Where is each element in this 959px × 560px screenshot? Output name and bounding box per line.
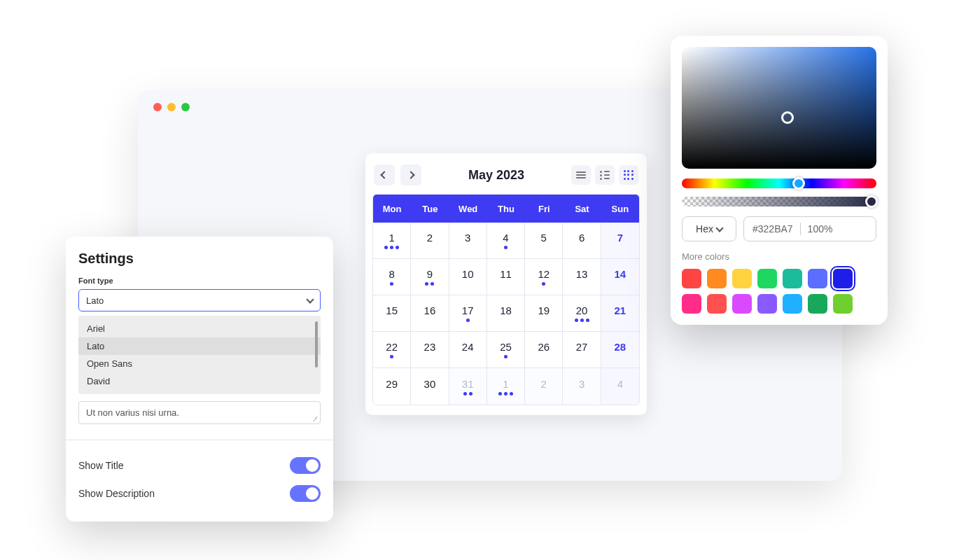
prev-month-button[interactable]: [374, 164, 395, 186]
color-swatch[interactable]: [808, 294, 827, 314]
calendar-day[interactable]: 12: [525, 259, 563, 295]
alpha-handle[interactable]: [865, 195, 878, 208]
font-option[interactable]: David: [78, 372, 321, 390]
calendar-day[interactable]: 1: [373, 223, 411, 259]
font-option[interactable]: Ariel: [78, 320, 321, 337]
minimize-icon[interactable]: [167, 103, 176, 111]
view-list-button[interactable]: [595, 165, 615, 185]
color-swatch[interactable]: [833, 294, 853, 314]
calendar-day[interactable]: 9: [411, 259, 449, 295]
calendar-day[interactable]: 30: [411, 368, 449, 405]
color-swatch[interactable]: [732, 294, 752, 314]
color-swatch[interactable]: [707, 294, 727, 314]
show-title-toggle[interactable]: [290, 457, 321, 474]
more-colors-label: More colors: [682, 251, 876, 262]
hex-input[interactable]: #322BA7 100%: [743, 216, 876, 241]
calendar-day[interactable]: 21: [601, 295, 639, 332]
calendar-day[interactable]: 26: [525, 332, 563, 368]
list-icon: [600, 171, 610, 180]
weekday-cell: Tue: [411, 195, 449, 223]
settings-panel: Settings Font type Lato ArielLatoOpen Sa…: [66, 237, 333, 522]
color-gradient[interactable]: [682, 47, 876, 169]
weekday-cell: Mon: [373, 195, 411, 223]
hue-handle[interactable]: [792, 177, 805, 190]
weekday-cell: Wed: [449, 195, 487, 223]
weekday-cell: Sun: [601, 195, 639, 223]
view-grid-button[interactable]: [619, 165, 638, 185]
calendar-day[interactable]: 15: [373, 295, 411, 332]
font-select[interactable]: Lato: [78, 289, 321, 312]
color-swatch[interactable]: [732, 269, 752, 288]
show-description-label: Show Description: [78, 488, 155, 499]
color-swatch[interactable]: [808, 269, 827, 288]
calendar-day[interactable]: 16: [411, 295, 449, 332]
color-swatch[interactable]: [682, 294, 701, 314]
calendar-day[interactable]: 3: [563, 368, 601, 405]
calendar-body: 1234567891011121314151617181920212223242…: [373, 223, 639, 405]
font-dropdown: ArielLatoOpen SansDavid: [78, 316, 321, 394]
color-swatch[interactable]: [682, 269, 701, 288]
calendar-day[interactable]: 18: [487, 295, 525, 332]
calendar-day[interactable]: 20: [563, 295, 601, 332]
close-icon[interactable]: [153, 103, 162, 111]
font-option[interactable]: Open Sans: [78, 355, 321, 372]
calendar-day[interactable]: 11: [487, 259, 525, 295]
calendar-day[interactable]: 8: [373, 259, 411, 295]
calendar-day[interactable]: 10: [449, 259, 487, 295]
calendar-day[interactable]: 22: [373, 332, 411, 368]
calendar-day[interactable]: 13: [563, 259, 601, 295]
calendar-day[interactable]: 25: [487, 332, 525, 368]
calendar-day[interactable]: 19: [525, 295, 563, 332]
calendar-day[interactable]: 17: [449, 295, 487, 332]
calendar-day[interactable]: 6: [563, 223, 601, 259]
calendar-title: May 2023: [468, 168, 524, 183]
calendar-day[interactable]: 27: [563, 332, 601, 368]
show-title-label: Show Title: [78, 460, 124, 471]
font-option[interactable]: Lato: [78, 337, 321, 355]
calendar-day[interactable]: 28: [601, 332, 639, 368]
color-format-value: Hex: [696, 223, 713, 234]
color-swatch[interactable]: [757, 294, 777, 314]
chevron-down-icon: [715, 224, 723, 232]
font-type-label: Font type: [78, 276, 321, 285]
color-swatch[interactable]: [783, 294, 802, 314]
maximize-icon[interactable]: [181, 103, 190, 111]
grid-icon: [624, 170, 634, 180]
resize-handle-icon[interactable]: [311, 414, 318, 421]
calendar-day[interactable]: 5: [525, 223, 563, 259]
calendar-day[interactable]: 4: [601, 368, 639, 405]
font-select-value: Lato: [86, 295, 104, 306]
calendar-day[interactable]: 2: [411, 223, 449, 259]
settings-title: Settings: [78, 251, 321, 267]
color-swatch[interactable]: [757, 269, 777, 288]
color-format-select[interactable]: Hex: [682, 216, 736, 241]
chevron-left-icon: [380, 171, 388, 178]
alpha-value: 100%: [808, 223, 833, 234]
color-swatch[interactable]: [707, 269, 727, 288]
calendar-day[interactable]: 1: [487, 368, 525, 405]
view-agenda-button[interactable]: [571, 165, 591, 185]
calendar-day[interactable]: 3: [449, 223, 487, 259]
show-description-toggle[interactable]: [290, 485, 321, 502]
alpha-slider[interactable]: [682, 197, 876, 206]
scrollbar[interactable]: [315, 321, 318, 368]
calendar-day[interactable]: 14: [601, 259, 639, 295]
color-picker-handle[interactable]: [781, 111, 794, 124]
weekday-cell: Thu: [487, 195, 525, 223]
next-month-button[interactable]: [400, 164, 421, 186]
calendar-day[interactable]: 31: [449, 368, 487, 405]
calendar-day[interactable]: 29: [373, 368, 411, 405]
color-swatch[interactable]: [783, 269, 802, 288]
description-textarea[interactable]: Ut non varius nisi urna.: [78, 401, 321, 424]
weekday-cell: Fri: [525, 195, 563, 223]
chevron-right-icon: [407, 171, 414, 178]
lines-icon: [576, 172, 586, 178]
calendar-day[interactable]: 4: [487, 223, 525, 259]
calendar-day[interactable]: 2: [525, 368, 563, 405]
hue-slider[interactable]: [682, 178, 876, 188]
calendar-day[interactable]: 23: [411, 332, 449, 368]
color-swatch[interactable]: [833, 269, 853, 288]
calendar-day[interactable]: 7: [601, 223, 639, 259]
calendar-widget: May 2023 MonTueWedThuFriSatSun 123456789…: [365, 153, 647, 415]
calendar-day[interactable]: 24: [449, 332, 487, 368]
